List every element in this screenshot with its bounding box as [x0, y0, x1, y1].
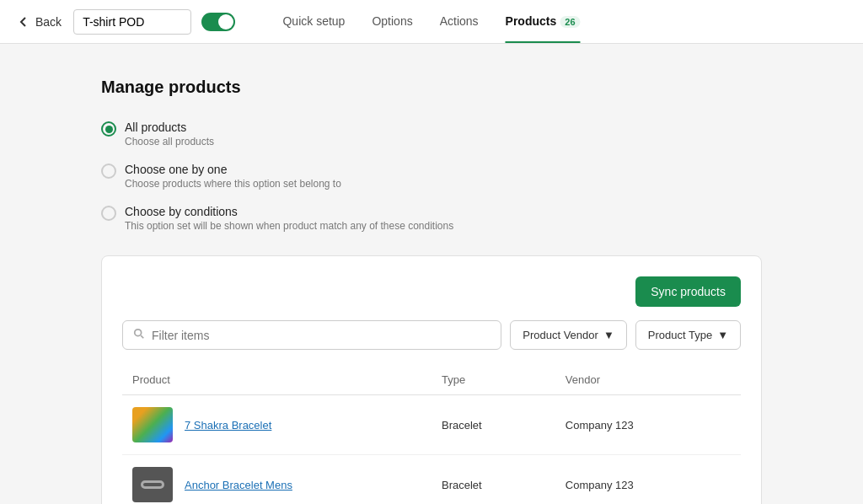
radio-choose-one-circle [101, 164, 116, 179]
page-title: Manage products [101, 78, 762, 97]
radio-choose-conditions-circle [101, 206, 116, 221]
search-box [122, 320, 501, 350]
store-name-input[interactable] [73, 9, 191, 35]
tab-options[interactable]: Options [372, 1, 412, 43]
tab-products[interactable]: Products26 [506, 1, 581, 43]
radio-all-products-label: All products [125, 121, 214, 134]
filter-row: Product Vendor ▼ Product Type ▼ [122, 320, 741, 350]
radio-choose-conditions[interactable]: Choose by conditions This option set wil… [101, 205, 762, 232]
table-row: 7 Shakra Bracelet Bracelet Company 123 [122, 395, 741, 455]
filter-type-button[interactable]: Product Type ▼ [635, 320, 741, 350]
tab-quick-setup[interactable]: Quick setup [282, 1, 345, 43]
radio-all-products-desc: Choose all products [125, 136, 214, 147]
search-input[interactable] [152, 329, 490, 342]
product-thumbnail-1 [132, 407, 173, 442]
products-panel: Sync products Product Vendor ▼ Product T… [101, 255, 762, 504]
products-badge: 26 [560, 16, 580, 28]
radio-all-products-circle [101, 121, 116, 137]
radio-choose-conditions-label: Choose by conditions [125, 205, 453, 218]
radio-choose-one-desc: Choose products where this option set be… [125, 178, 341, 190]
product-type-2: Bracelet [432, 455, 555, 505]
store-toggle[interactable] [201, 13, 235, 31]
radio-choose-one-label: Choose one by one [125, 163, 341, 176]
radio-choose-conditions-desc: This option set will be shown when produ… [125, 220, 453, 232]
product-thumbnail-2 [132, 467, 173, 502]
chevron-down-icon: ▼ [603, 329, 614, 341]
radio-group: All products Choose all products Choose … [101, 121, 762, 232]
product-cell-2: Anchor Bracelet Mens [122, 455, 432, 505]
chevron-down-icon: ▼ [717, 329, 728, 341]
svg-line-1 [141, 335, 143, 338]
col-vendor: Vendor [555, 365, 741, 395]
nav-tabs: Quick setup Options Actions Products26 [282, 1, 580, 43]
table-row: Anchor Bracelet Mens Bracelet Company 12… [122, 455, 741, 505]
product-vendor-2: Company 123 [555, 455, 741, 505]
product-type-1: Bracelet [432, 395, 555, 455]
sync-products-button[interactable]: Sync products [635, 276, 741, 307]
products-table: Product Type Vendor 7 Shakra Bracelet Br… [122, 365, 741, 504]
tab-actions[interactable]: Actions [440, 1, 479, 43]
search-icon [133, 328, 145, 342]
product-cell-1: 7 Shakra Bracelet [122, 395, 432, 455]
col-product: Product [122, 365, 432, 395]
col-type: Type [432, 365, 555, 395]
back-label: Back [35, 15, 62, 29]
panel-toolbar: Sync products [122, 276, 741, 307]
filter-vendor-button[interactable]: Product Vendor ▼ [510, 320, 627, 350]
radio-all-products[interactable]: All products Choose all products [101, 121, 762, 147]
radio-choose-one[interactable]: Choose one by one Choose products where … [101, 163, 762, 190]
product-link-1[interactable]: 7 Shakra Bracelet [185, 419, 271, 432]
product-vendor-1: Company 123 [555, 395, 741, 455]
product-link-2[interactable]: Anchor Bracelet Mens [185, 479, 292, 491]
svg-point-0 [135, 330, 142, 336]
header: Back Quick setup Options Actions Product… [0, 0, 863, 44]
main-content: Manage products All products Choose all … [0, 44, 863, 504]
back-button[interactable]: Back [17, 15, 62, 29]
